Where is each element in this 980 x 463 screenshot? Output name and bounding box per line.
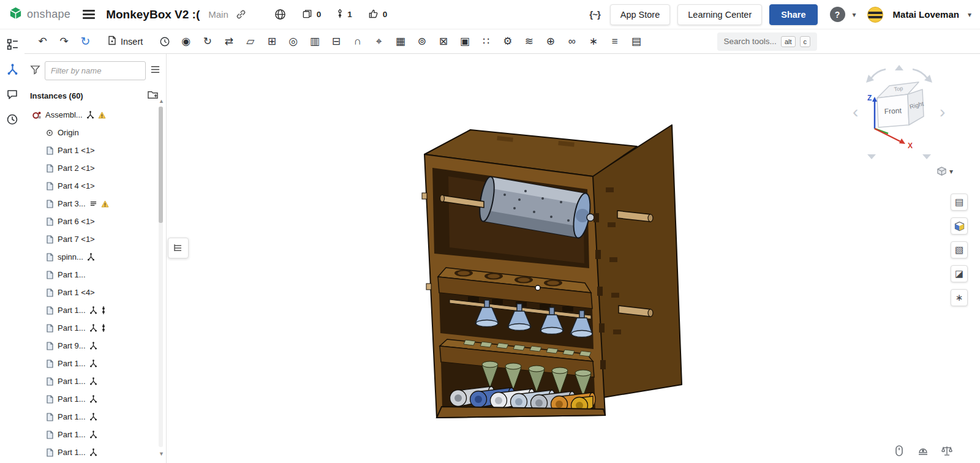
configurations-panel-icon[interactable]: ∗ (951, 289, 968, 306)
replicate-icon[interactable]: ▣ (454, 32, 475, 51)
chevron-down-icon[interactable]: ▾ (853, 10, 856, 19)
tree-item[interactable]: Part 1... (24, 408, 157, 426)
tree-item[interactable]: Part 1... (24, 426, 157, 443)
section-panel-icon[interactable]: ◪ (951, 265, 968, 282)
tree-item[interactable]: Assembl... (24, 106, 157, 124)
bom-icon[interactable]: ▤ (625, 32, 647, 51)
left-icon-strip (0, 29, 24, 463)
history-icon[interactable] (5, 112, 20, 127)
sync-icon[interactable]: ↻ (75, 32, 96, 51)
menu-icon[interactable] (83, 10, 95, 19)
versions-metric[interactable]: 1 (337, 8, 352, 21)
mate-relation-icon[interactable]: ⊚ (411, 32, 432, 51)
tree-item[interactable]: Origin (24, 124, 157, 141)
list-view-icon[interactable] (150, 64, 160, 77)
onshape-logo[interactable]: onshape (9, 6, 70, 23)
insert-button[interactable]: Insert (101, 32, 149, 51)
rollback-history-icon[interactable] (154, 32, 175, 51)
screw-relation-icon[interactable]: ≋ (518, 32, 540, 51)
scroll-down-icon[interactable]: ▼ (159, 451, 164, 457)
tree-item[interactable]: Part 1 <1> (24, 141, 157, 159)
pin-slot-mate-icon[interactable]: ⊟ (325, 32, 347, 51)
tree-item-label: Part 1... (58, 323, 86, 333)
tree-item[interactable]: Part 9... (24, 337, 157, 355)
revolute-mate-icon[interactable]: ↻ (197, 32, 218, 51)
scroll-up-icon[interactable]: ▲ (159, 98, 164, 104)
belt-icon[interactable]: ∞ (561, 32, 582, 51)
suppressed-lines-icon (89, 200, 97, 208)
undo-button[interactable]: ↶ (32, 32, 53, 51)
pattern-icon[interactable]: ∷ (475, 32, 497, 51)
viewcube-right-arrow[interactable]: › (940, 102, 945, 121)
tree-item[interactable]: Part 1... (24, 319, 157, 337)
tree-item[interactable]: Part 1... (24, 390, 157, 408)
fastened-mate-icon[interactable]: ⊞ (261, 32, 282, 51)
share-button[interactable]: Share (769, 4, 817, 25)
tree-item[interactable]: Part 1... (24, 443, 157, 461)
planar-mate-icon[interactable]: ▱ (239, 32, 261, 51)
ball-mate-icon[interactable]: ◎ (282, 32, 304, 51)
tree-item[interactable]: Part 1 <4> (24, 284, 157, 301)
viewcube-left-arrow[interactable]: ‹ (853, 102, 858, 121)
mate-icon[interactable]: ◉ (175, 32, 197, 51)
named-positions-icon[interactable]: ≡ (604, 32, 625, 51)
tree-item[interactable]: Part 4 <1> (24, 177, 157, 195)
chevron-down-icon[interactable]: ▾ (968, 10, 971, 19)
cylindrical-mate-icon[interactable]: ▥ (304, 32, 325, 51)
bom-panel-icon[interactable]: ▤ (951, 194, 968, 211)
tree-item[interactable]: Part 1... (24, 372, 157, 390)
slider-mate-icon[interactable]: ⇄ (218, 32, 239, 51)
group-icon[interactable]: ▦ (390, 32, 411, 51)
tree-item-label: Part 1... (58, 394, 86, 404)
camera-icon[interactable] (916, 443, 930, 458)
rack-pinion-icon[interactable]: ⊕ (540, 32, 561, 51)
mate-connector-tool-icon[interactable] (5, 62, 20, 77)
filter-funnel-icon[interactable] (30, 64, 40, 77)
tree-item[interactable]: Part 1... (24, 355, 157, 372)
user-avatar[interactable] (867, 7, 883, 23)
search-tools[interactable]: Search tools... alt c (717, 32, 817, 51)
gear-relation-icon[interactable]: ⚙ (497, 32, 518, 51)
globe-icon[interactable] (274, 9, 286, 20)
filter-input[interactable] (45, 61, 146, 80)
tangent-mate-icon[interactable]: ∩ (347, 32, 368, 51)
redo-button[interactable]: ↷ (53, 32, 75, 51)
share-link-icon[interactable] (236, 9, 246, 20)
workspace-name[interactable]: Main (208, 9, 228, 20)
mate-connector-icon (89, 324, 97, 332)
tree-item[interactable]: Part 1... (24, 301, 157, 319)
copies-metric[interactable]: 0 (302, 9, 322, 21)
assembly-instances-icon[interactable] (5, 37, 20, 51)
app-store-button[interactable]: App Store (610, 4, 671, 25)
tree-scrollbar-thumb[interactable] (159, 107, 163, 223)
mate-connector-icon[interactable]: ⌖ (368, 32, 390, 51)
user-name[interactable]: Matai Loveman (893, 9, 959, 20)
tree-item[interactable]: Part 2 <1> (24, 159, 157, 177)
add-folder-icon[interactable] (147, 89, 159, 102)
appearance-panel-icon[interactable] (951, 217, 968, 235)
tree-item[interactable]: Part 1... (24, 266, 157, 284)
tree-item[interactable]: Part 6 <1> (24, 213, 157, 230)
tree-item[interactable]: Part 3... (24, 195, 157, 213)
view-options-dropdown[interactable]: ▾ (937, 166, 953, 176)
viewcube-down-right-arrow[interactable] (922, 154, 931, 159)
tree-item[interactable]: spinn... (24, 248, 157, 266)
display-states-panel-icon[interactable]: ▧ (951, 241, 968, 258)
likes-metric[interactable]: 0 (368, 9, 388, 21)
tree-item[interactable]: Part 7 <1> (24, 230, 157, 248)
viewcube-up-arrow[interactable] (895, 65, 903, 70)
learning-center-button[interactable]: Learning Center (677, 4, 762, 25)
explode-icon[interactable]: ∗ (582, 32, 604, 51)
viewport-3d[interactable]: ‹ › Top Front Right Z (167, 54, 980, 463)
viewcube-down-left-arrow[interactable] (867, 154, 876, 159)
view-cube[interactable]: ‹ › Top Front Right Z (850, 62, 948, 176)
help-button[interactable]: ? (830, 7, 845, 22)
comment-icon[interactable] (5, 87, 20, 102)
structure-tree-flyout[interactable] (168, 238, 189, 258)
mouse-settings-icon[interactable] (892, 443, 907, 458)
snap-mode-icon[interactable]: ⊠ (432, 32, 454, 51)
featurescript-icon[interactable]: {~} (589, 9, 600, 20)
assembly-3d-model[interactable] (412, 115, 693, 443)
tree-scrollbar[interactable] (159, 107, 163, 447)
scale-icon[interactable] (940, 443, 954, 458)
